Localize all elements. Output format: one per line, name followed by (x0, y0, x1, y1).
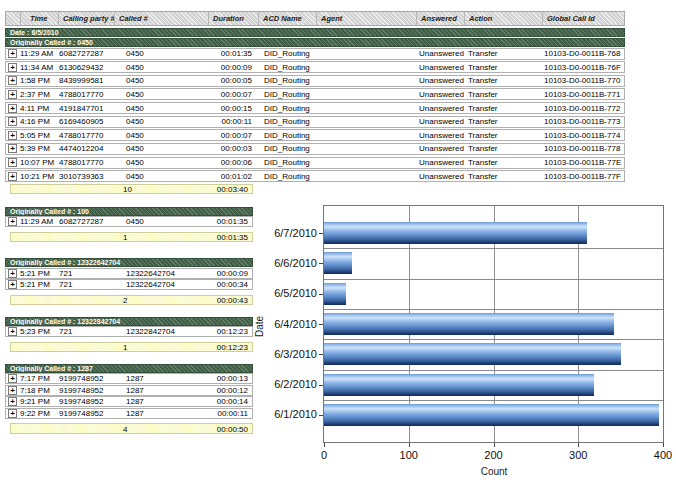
column-header-called: Called # (114, 12, 208, 25)
expand-row-button[interactable]: + (8, 76, 17, 85)
expand-row-button[interactable]: + (8, 158, 17, 167)
x-axis-tick (663, 443, 664, 447)
summary-total: 00:12:23 (217, 343, 248, 352)
table-row: +7:17 PM9199748952128700:00:13 (5, 373, 253, 384)
y-axis-tick (319, 233, 323, 234)
table-row: +5:05 PM4788017770045000:00:07DID_Routin… (5, 129, 625, 141)
expand-row-button[interactable]: + (8, 117, 17, 126)
cell-time: 5:21 PM (20, 269, 58, 278)
cell-action: Transfer (464, 49, 542, 58)
expand-cell: + (6, 327, 20, 336)
y-axis-tick (319, 385, 323, 386)
cell-answered: Unanswered (416, 158, 464, 167)
table-row: +10:21 PM3010739363045000:01:02DID_Routi… (5, 170, 625, 182)
cell-answered: Unanswered (416, 144, 464, 153)
column-header-acd-name: ACD Name (258, 12, 316, 25)
column-header-action: Action (464, 12, 542, 25)
cell-answered: Unanswered (416, 104, 464, 113)
expand-row-button[interactable]: + (8, 269, 17, 278)
cell-called: 0450 (114, 104, 208, 113)
expand-row-button[interactable]: + (8, 144, 17, 153)
cell-called: 0450 (114, 217, 208, 226)
expand-row-button[interactable]: + (8, 90, 17, 99)
group-header: Originally Called # : 100 (5, 207, 253, 216)
expand-row-button[interactable]: + (8, 280, 17, 289)
expand-row-button[interactable]: + (8, 386, 17, 395)
summary-count: 10 (123, 185, 132, 194)
cell-called: 12322642704 (114, 280, 208, 289)
cell-called: 0450 (114, 172, 208, 181)
expand-cell: + (6, 280, 20, 289)
expand-cell: + (6, 397, 20, 406)
chart-bar (324, 283, 346, 305)
cell-called: 1287 (114, 397, 208, 406)
expand-cell: + (6, 386, 20, 395)
expand-cell: + (6, 217, 20, 226)
cell-calling: 4788017770 (58, 90, 114, 99)
cell-called: 12322642704 (114, 269, 208, 278)
table-row: +5:39 PM4474012204045000:00:03DID_Routin… (5, 143, 625, 155)
x-axis-tick-label: 0 (306, 449, 342, 461)
column-header-expand (6, 12, 20, 25)
cell-duration: 00:00:03 (208, 144, 258, 153)
cell-time: 10:07 PM (20, 158, 58, 167)
expand-row-button[interactable]: + (8, 63, 17, 72)
cell-duration: 00:00:11 (208, 409, 252, 418)
cell-answered: Unanswered (416, 172, 464, 181)
y-axis-tick-label: 6/6/2010 (247, 257, 317, 269)
column-header-calling-party: Calling party # (58, 12, 114, 25)
cell-calling: 9199748952 (58, 386, 114, 395)
horizontal-gridline (324, 370, 663, 371)
cell-time: 10:21 PM (20, 172, 58, 181)
cell-duration: 00:01:35 (208, 217, 252, 226)
cell-calling: 9199748952 (58, 409, 114, 418)
horizontal-gridline (324, 248, 663, 249)
cell-duration: 00:00:05 (208, 76, 258, 85)
chart-bar (324, 374, 594, 396)
cell-acd: DID_Routing (258, 90, 316, 99)
cell-calling: 4191847701 (58, 104, 114, 113)
cell-called: 0450 (114, 63, 208, 72)
cell-global-id: 10103-D0-0011B-772 (542, 104, 624, 113)
cell-duration: 00:00:09 (208, 269, 252, 278)
cell-calling: 6130629432 (58, 63, 114, 72)
cell-duration: 00:00:11 (208, 117, 258, 126)
expand-row-button[interactable]: + (8, 409, 17, 418)
expand-row-button[interactable]: + (8, 327, 17, 336)
expand-row-button[interactable]: + (8, 131, 17, 140)
table-row: +2:37 PM4788017770045000:00:07DID_Routin… (5, 88, 625, 100)
expand-row-button[interactable]: + (8, 397, 17, 406)
group-header: Originally Called # : 1287 (5, 364, 253, 373)
expand-row-button[interactable]: + (8, 172, 17, 181)
summary-total: 00:03:40 (217, 185, 248, 194)
table-row: +5:23 PM7211232284270400:12:23 (5, 326, 253, 337)
cell-global-id: 10103-D0-0011B-768 (542, 49, 624, 58)
group-section: Originally Called # : 12322842704+5:23 P… (5, 317, 253, 353)
cell-action: Transfer (464, 158, 542, 167)
x-axis-tick (324, 443, 325, 447)
group-section: Originally Called # : 1287+7:17 PM919974… (5, 364, 253, 434)
cell-action: Transfer (464, 63, 542, 72)
table-row: +11:34 AM6130629432045000:00:09DID_Routi… (5, 61, 625, 73)
cell-called: 1287 (114, 386, 208, 395)
x-axis-tick (578, 443, 579, 447)
cell-calling: 721 (58, 280, 114, 289)
expand-row-button[interactable]: + (8, 217, 17, 226)
cell-acd: DID_Routing (258, 131, 316, 140)
horizontal-gridline (324, 279, 663, 280)
y-axis-tick (319, 324, 323, 325)
expand-row-button[interactable]: + (8, 374, 17, 383)
cell-global-id: 10103-D0-0011B-77F (542, 172, 624, 181)
cell-answered: Unanswered (416, 117, 464, 126)
table-row: +9:22 PM9199748952128700:00:11 (5, 408, 253, 419)
table-row: +7:18 PM9199748952128700:00:12 (5, 385, 253, 396)
expand-row-button[interactable]: + (8, 104, 17, 113)
cell-duration: 00:00:15 (208, 104, 258, 113)
cell-global-id: 10103-D0-0011B-770 (542, 76, 624, 85)
cell-calling: 3010739363 (58, 172, 114, 181)
table-row: +11:29 AM6082727287045000:01:35DID_Routi… (5, 48, 625, 60)
cell-time: 4:11 PM (20, 104, 58, 113)
expand-row-button[interactable]: + (8, 49, 17, 58)
table-row: +1:58 PM8439999581045000:00:05DID_Routin… (5, 75, 625, 87)
y-axis-tick-label: 6/5/2010 (247, 287, 317, 299)
